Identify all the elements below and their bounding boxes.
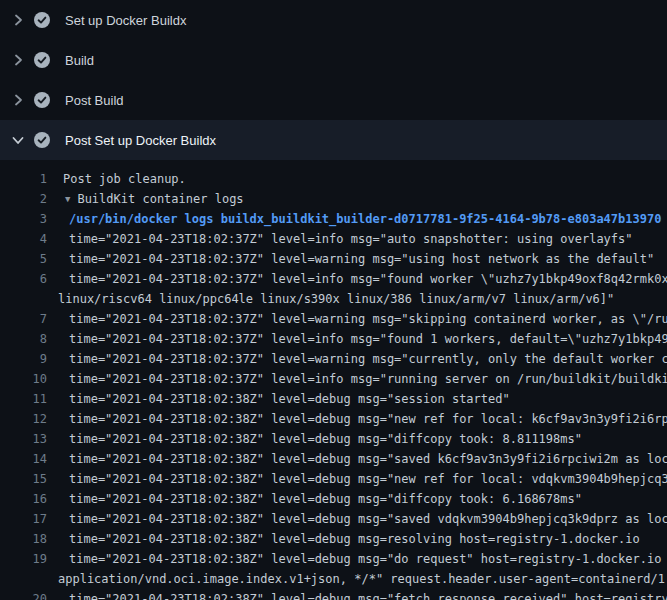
step-header[interactable]: Post Build	[0, 80, 667, 120]
line-number[interactable]: 2	[0, 189, 47, 209]
step-header[interactable]: Build	[0, 40, 667, 80]
log-line: 17time="2021-04-23T18:02:38Z" level=debu…	[0, 509, 667, 529]
line-number[interactable]: 19	[0, 549, 47, 569]
log-line: linux/riscv64 linux/ppc64le linux/s390x …	[0, 289, 667, 309]
log-text: time="2021-04-23T18:02:38Z" level=debug …	[47, 549, 667, 569]
step-label: Post Set up Docker Buildx	[65, 133, 216, 148]
log-line: 14time="2021-04-23T18:02:38Z" level=debu…	[0, 449, 667, 469]
log-text: time="2021-04-23T18:02:38Z" level=debug …	[47, 529, 640, 549]
chevron-right-icon	[10, 92, 26, 108]
log-line: 15time="2021-04-23T18:02:38Z" level=debu…	[0, 469, 667, 489]
log-line: 7time="2021-04-23T18:02:37Z" level=warni…	[0, 309, 667, 329]
log-text: time="2021-04-23T18:02:38Z" level=debug …	[47, 489, 582, 509]
chevron-down-icon	[10, 132, 26, 148]
step-label: Build	[65, 53, 94, 68]
check-circle-icon	[34, 92, 50, 108]
triangle-down-icon: ▼	[65, 189, 70, 209]
steps-list: Set up Docker Buildx Build	[0, 0, 667, 160]
log-line: 11time="2021-04-23T18:02:38Z" level=debu…	[0, 389, 667, 409]
log-text: application/vnd.oci.image.index.v1+json,…	[47, 569, 667, 589]
line-number[interactable]: 16	[0, 489, 47, 509]
check-circle-icon	[34, 132, 50, 148]
log-text: Post job cleanup.	[47, 169, 186, 189]
line-number[interactable]: 9	[0, 349, 47, 369]
line-number[interactable]: 7	[0, 309, 47, 329]
line-number[interactable]: 4	[0, 229, 47, 249]
check-circle-icon	[34, 12, 50, 28]
log-group-toggle[interactable]: ▼BuildKit container logs	[47, 189, 244, 209]
log-line: 3/usr/bin/docker logs buildx_buildkit_bu…	[0, 209, 667, 229]
log-line: 2▼BuildKit container logs	[0, 189, 667, 209]
log-text: time="2021-04-23T18:02:37Z" level=info m…	[47, 329, 667, 349]
log-text: time="2021-04-23T18:02:37Z" level=warnin…	[47, 249, 654, 269]
log-text: time="2021-04-23T18:02:37Z" level=info m…	[47, 229, 633, 249]
log-line: 1Post job cleanup.	[0, 169, 667, 189]
log-line: application/vnd.oci.image.index.v1+json,…	[0, 569, 667, 589]
log-line: 4time="2021-04-23T18:02:37Z" level=info …	[0, 229, 667, 249]
line-number[interactable]: 18	[0, 529, 47, 549]
log-text: linux/riscv64 linux/ppc64le linux/s390x …	[47, 289, 614, 309]
log-line: 8time="2021-04-23T18:02:37Z" level=info …	[0, 329, 667, 349]
log-line: 18time="2021-04-23T18:02:38Z" level=debu…	[0, 529, 667, 549]
line-number[interactable]: 15	[0, 469, 47, 489]
log-text: time="2021-04-23T18:02:38Z" level=debug …	[47, 389, 510, 409]
line-number[interactable]: 12	[0, 409, 47, 429]
log-line: 6time="2021-04-23T18:02:37Z" level=info …	[0, 269, 667, 289]
line-number[interactable]: 13	[0, 429, 47, 449]
log-line: 13time="2021-04-23T18:02:38Z" level=debu…	[0, 429, 667, 449]
step-header[interactable]: Post Set up Docker Buildx	[0, 120, 667, 160]
log-text: time="2021-04-23T18:02:37Z" level=warnin…	[47, 349, 667, 369]
log-text: time="2021-04-23T18:02:37Z" level=warnin…	[47, 309, 667, 329]
log-text: time="2021-04-23T18:02:38Z" level=debug …	[47, 409, 667, 429]
line-number[interactable]: 8	[0, 329, 47, 349]
log-text: time="2021-04-23T18:02:38Z" level=debug …	[47, 469, 667, 489]
log-text: time="2021-04-23T18:02:37Z" level=info m…	[47, 369, 667, 389]
step-label: Post Build	[65, 93, 124, 108]
log-text: time="2021-04-23T18:02:38Z" level=debug …	[47, 449, 667, 469]
log-text: time="2021-04-23T18:02:38Z" level=debug …	[47, 429, 582, 449]
log-line: 19time="2021-04-23T18:02:38Z" level=debu…	[0, 549, 667, 569]
log-command-text: /usr/bin/docker logs buildx_buildkit_bui…	[47, 209, 661, 229]
line-number	[0, 289, 47, 309]
step-header[interactable]: Set up Docker Buildx	[0, 0, 667, 40]
log-line: 12time="2021-04-23T18:02:38Z" level=debu…	[0, 409, 667, 429]
line-number[interactable]: 1	[0, 169, 47, 189]
line-number	[0, 569, 47, 589]
line-number[interactable]: 17	[0, 509, 47, 529]
line-number[interactable]: 6	[0, 269, 47, 289]
log-line: 9time="2021-04-23T18:02:37Z" level=warni…	[0, 349, 667, 369]
log-line: 5time="2021-04-23T18:02:37Z" level=warni…	[0, 249, 667, 269]
step-label: Set up Docker Buildx	[65, 13, 186, 28]
line-number[interactable]: 11	[0, 389, 47, 409]
log-line: 16time="2021-04-23T18:02:38Z" level=debu…	[0, 489, 667, 509]
log-viewer: 1Post job cleanup.2▼BuildKit container l…	[0, 160, 667, 600]
check-circle-icon	[34, 52, 50, 68]
line-number[interactable]: 5	[0, 249, 47, 269]
log-text: time="2021-04-23T18:02:38Z" level=debug …	[47, 589, 667, 600]
line-number[interactable]: 14	[0, 449, 47, 469]
log-line: 10time="2021-04-23T18:02:37Z" level=info…	[0, 369, 667, 389]
log-text: time="2021-04-23T18:02:38Z" level=debug …	[47, 509, 667, 529]
line-number[interactable]: 20	[0, 589, 47, 600]
line-number[interactable]: 10	[0, 369, 47, 389]
chevron-right-icon	[10, 12, 26, 28]
log-line: 20time="2021-04-23T18:02:38Z" level=debu…	[0, 589, 667, 600]
line-number[interactable]: 3	[0, 209, 47, 229]
log-text: time="2021-04-23T18:02:37Z" level=info m…	[47, 269, 667, 289]
chevron-right-icon	[10, 52, 26, 68]
